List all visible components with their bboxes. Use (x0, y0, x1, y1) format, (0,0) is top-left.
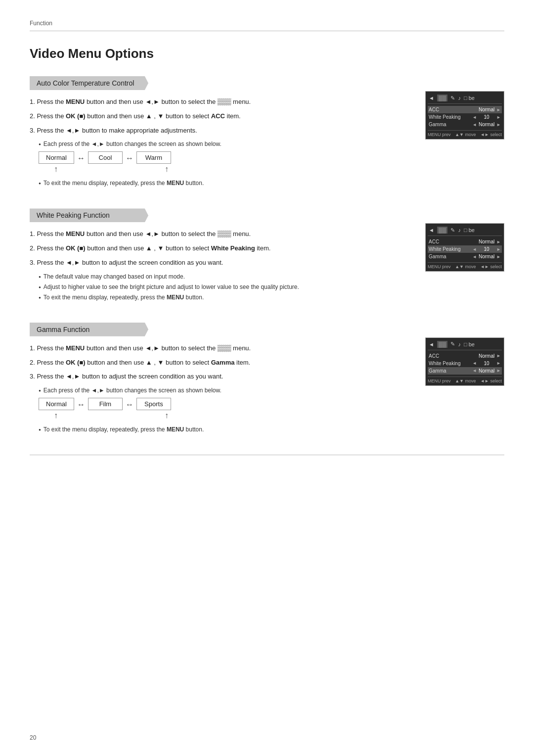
section-white-peaking: White Peaking Function1. Press the MENU … (30, 208, 504, 304)
osd-arrow-right: ► (496, 353, 501, 358)
uparrow-gap (73, 165, 94, 174)
osd-icon-2: ✎ (450, 95, 455, 101)
osd-row-value: Normal (477, 122, 496, 127)
osd-icon-1: ▒▒ (437, 94, 448, 101)
osd-panel-gamma: ◄▒▒✎♪□ beACCNormal►White Peaking◄10►Gamm… (425, 337, 504, 386)
cycle-item-label: Cool (88, 151, 123, 164)
page-wrapper: Function Video Menu Options Auto Color T… (0, 0, 534, 490)
osd-row-value: 10 (477, 114, 496, 120)
cycle-item-label: Normal (39, 398, 74, 410)
osd-row-1: White Peaking◄10► (428, 360, 502, 367)
step-gamma-0: 1. Press the MENU button and then use ◄,… (30, 343, 410, 354)
osd-arrow-left: ◄ (472, 368, 477, 373)
uparrow-row: ↑↑ (39, 165, 410, 174)
step-white-peaking-1: 2. Press the OK (■) button and then use … (30, 243, 410, 254)
bullets-after-gamma: To exit the menu display, repeatedly, pr… (39, 425, 410, 434)
page-title: Video Menu Options (30, 46, 504, 61)
osd-icons-row: ◄▒▒✎♪□ be (428, 340, 502, 350)
osd-row-label: ACC (429, 107, 477, 112)
osd-row-2: Gamma◄Normal► (428, 253, 502, 260)
osd-row-value: Normal (477, 239, 496, 244)
osd-row-1: White Peaking◄10► (428, 113, 502, 121)
up-arrow-left: ↑ (39, 165, 73, 174)
osd-icons-row: ◄▒▒✎♪□ be (428, 94, 502, 104)
osd-footer: MENU prev▲▼ move◄► select (428, 262, 502, 269)
section-header-white-peaking: White Peaking Function (30, 208, 148, 222)
osd-footer-left: MENU prev (428, 264, 451, 269)
cycle-item-label: Film (88, 398, 123, 410)
osd-arrow-right: ► (496, 361, 501, 366)
osd-icon-4: □ be (464, 95, 475, 101)
bullet-item: To exit the menu display, repeatedly, pr… (39, 293, 410, 302)
osd-row-label: Gamma (429, 254, 472, 259)
osd-icon-0: ◄ (429, 227, 434, 233)
up-arrow-middle (94, 165, 129, 174)
step-gamma-1: 2. Press the OK (■) button and then use … (30, 358, 410, 368)
osd-arrow-left: ◄ (472, 115, 477, 120)
osd-icon-0: ◄ (429, 95, 434, 101)
up-arrow-middle (94, 411, 129, 420)
section-auto-color: Auto Color Temperature Control1. Press t… (30, 76, 504, 190)
osd-row-0: ACCNormal► (428, 238, 502, 245)
osd-icon-4: □ be (464, 227, 475, 233)
osd-footer: MENU prev▲▼ move◄► select (428, 130, 502, 137)
osd-footer: MENU prev▲▼ move◄► select (428, 377, 502, 383)
section-layout-gamma: Gamma Function1. Press the MENU button a… (30, 323, 504, 437)
osd-row-2: Gamma◄Normal► (428, 367, 502, 375)
step-white-peaking-0: 1. Press the MENU button and then use ◄,… (30, 229, 410, 239)
up-arrow-right: ↑ (149, 165, 184, 174)
osd-row-value: Normal (477, 254, 496, 259)
cycle-item-label: Sports (136, 398, 171, 410)
cycle-item-label: Warm (136, 151, 171, 164)
breadcrumb: Function (30, 20, 52, 27)
bullets-after-auto-color: To exit the menu display, repeatedly, pr… (39, 179, 410, 188)
step-white-peaking-2: 3. Press the ◄,► button to adjust the sc… (30, 258, 410, 268)
osd-row-label: Gamma (429, 122, 472, 127)
osd-panel-auto-color: ◄▒▒✎♪□ beACCNormal►White Peaking◄10►Gamm… (425, 91, 504, 140)
osd-arrow-left: ◄ (472, 247, 477, 252)
osd-footer-right: ◄► select (480, 264, 502, 269)
osd-row-value: Normal (477, 368, 496, 374)
osd-icon-1: ▒▒ (437, 341, 448, 348)
osd-arrow-right: ► (496, 122, 501, 127)
cycle-arrow: ↔ (74, 154, 88, 163)
up-arrow-right: ↑ (149, 411, 184, 420)
osd-row-value: Normal (477, 107, 496, 112)
osd-footer-left: MENU prev (428, 132, 451, 137)
osd-arrow-right: ► (496, 239, 501, 244)
osd-footer-mid: ▲▼ move (455, 132, 476, 137)
section-layout-white-peaking: White Peaking Function1. Press the MENU … (30, 208, 504, 304)
section-gamma: Gamma Function1. Press the MENU button a… (30, 323, 504, 437)
osd-row-label: ACC (429, 353, 477, 359)
section-header-auto-color: Auto Color Temperature Control (30, 76, 148, 90)
top-header: Function (30, 20, 504, 31)
osd-arrow-right: ► (496, 368, 501, 373)
bullet-item: Each press of the ◄,► button changes the… (39, 386, 410, 395)
osd-arrow-right: ► (496, 107, 501, 112)
uparrow-gap (73, 411, 94, 420)
osd-footer-left: MENU prev (428, 378, 451, 383)
section-layout-auto-color: Auto Color Temperature Control1. Press t… (30, 76, 504, 190)
osd-icon-1: ▒▒ (437, 227, 448, 234)
osd-icon-4: □ be (464, 341, 475, 347)
osd-row-value: 10 (477, 361, 496, 366)
osd-arrow-left: ◄ (472, 361, 477, 366)
step-auto-color-2: 3. Press the ◄,► button to make appropri… (30, 126, 410, 136)
section-header-gamma: Gamma Function (30, 323, 148, 336)
bullets-before-auto-color: Each press of the ◄,► button changes the… (39, 140, 410, 148)
osd-icon-2: ✎ (450, 341, 455, 347)
osd-icons-row: ◄▒▒✎♪□ be (428, 226, 502, 236)
section-content-gamma: Gamma Function1. Press the MENU button a… (30, 323, 410, 437)
osd-row-label: ACC (429, 239, 477, 244)
osd-footer-mid: ▲▼ move (455, 378, 476, 383)
step-gamma-2: 3. Press the ◄,► button to adjust the sc… (30, 372, 410, 382)
cycle-row: Normal↔Film↔Sports (39, 398, 410, 410)
osd-footer-right: ◄► select (480, 132, 502, 137)
osd-arrow-right: ► (496, 254, 501, 259)
osd-icon-3: ♪ (458, 341, 461, 347)
osd-icon-3: ♪ (458, 95, 461, 101)
osd-arrow-left: ◄ (472, 254, 477, 259)
cycle-diagram-gamma: Normal↔Film↔Sports↑↑ (39, 398, 410, 420)
step-auto-color-0: 1. Press the MENU button and then use ◄,… (30, 97, 410, 107)
osd-row-label: White Peaking (429, 361, 472, 366)
